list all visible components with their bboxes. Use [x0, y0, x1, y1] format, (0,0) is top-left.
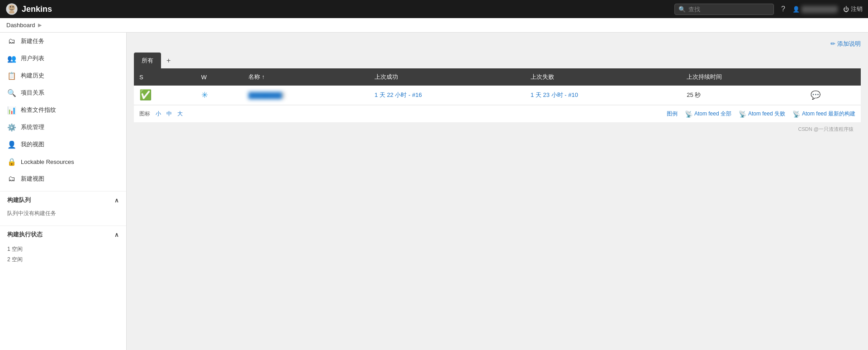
svg-point-2	[10, 6, 11, 8]
footer-right: 图例 📡 Atom feed 全部 📡 Atom feed 失败 📡 Atom …	[667, 110, 855, 118]
icon-size-small[interactable]: 小	[156, 110, 161, 118]
row-last-success: 1 天 22 小时 - #16	[369, 86, 525, 105]
build-executor-title: 构建执行状态	[7, 230, 43, 239]
svg-rect-4	[9, 11, 14, 14]
row-last-failure: 1 天 23 小时 - #10	[525, 86, 681, 105]
row-status: ✅	[134, 86, 196, 105]
table-body: ✅ ✳ ████████ 1 天 22 小时 - #16 1 天 23 小时 -…	[134, 86, 861, 105]
icon-size-large[interactable]: 大	[177, 110, 183, 118]
build-executor-collapse-icon: ∧	[114, 231, 119, 238]
build-queue-title: 构建队列	[7, 196, 31, 204]
table-footer: 图标 小 中 大 图例 📡 Atom feed 全部 📡 Atom feed 失…	[134, 105, 861, 122]
col-name: 名称 ↑	[243, 68, 369, 86]
chat-icon: 💬	[811, 91, 821, 100]
table-row: ✅ ✳ ████████ 1 天 22 小时 - #16 1 天 23 小时 -…	[134, 86, 861, 105]
col-actions	[805, 68, 861, 86]
icon-size-medium[interactable]: 中	[166, 110, 172, 118]
table-header: S W 名称 ↑ 上次成功 上次失败 上次持续时间	[134, 68, 861, 86]
search-input[interactable]	[688, 6, 761, 13]
new-task-icon: 🗂	[7, 37, 16, 46]
breadcrumb-home[interactable]: Dashboard	[6, 22, 35, 29]
icon-label: 图标	[139, 110, 150, 118]
last-success-link[interactable]: 1 天 22 小时 - #16	[375, 91, 422, 98]
sidebar-item-label: 我的视图	[21, 140, 44, 149]
tab-all[interactable]: 所有	[134, 53, 161, 68]
sidebar-item-lockable-resources[interactable]: 🔒 Lockable Resources	[0, 153, 126, 170]
system-manage-icon: ⚙️	[7, 123, 16, 132]
sidebar-item-label: 系统管理	[21, 123, 44, 131]
username-label: ████████	[802, 6, 838, 13]
executor-2: 2 空闲	[7, 254, 119, 265]
sidebar-item-project-relations[interactable]: 🔍 项目关系	[0, 84, 126, 101]
logout-button[interactable]: ⏻ 注销	[843, 5, 863, 13]
user-icon: 👤	[792, 6, 800, 13]
main-layout: 🗂 新建任务 👥 用户列表 📋 构建历史 🔍 项目关系 📊 检查文件指纹 ⚙️ …	[0, 33, 868, 350]
help-icon[interactable]: ?	[779, 3, 787, 15]
top-nav: Jenkins 🔍 ? 👤 ████████ ⏻ 注销	[0, 0, 868, 18]
sidebar: 🗂 新建任务 👥 用户列表 📋 构建历史 🔍 项目关系 📊 检查文件指纹 ⚙️ …	[0, 33, 127, 350]
logout-label: 注销	[851, 5, 863, 13]
atom-all-link[interactable]: 📡 Atom feed 全部	[685, 110, 731, 118]
breadcrumb-chevron: ▶	[38, 22, 42, 28]
job-name-link[interactable]: ████████	[248, 92, 285, 99]
atom-all-icon: 📡	[685, 110, 693, 118]
col-last-success: 上次成功	[369, 68, 525, 86]
lockable-resources-icon: 🔒	[7, 157, 16, 166]
build-queue-content: 队列中没有构建任务	[0, 207, 126, 222]
col-s: S	[134, 68, 196, 86]
my-views-icon: 👤	[7, 140, 16, 149]
content-area: ✏ 添加说明 所有 + S W 名称 ↑ 上次成功 上次失败 上次持续时间	[127, 33, 868, 350]
sidebar-item-label: 检查文件指纹	[21, 106, 56, 114]
atom-latest-icon: 📡	[792, 110, 800, 118]
sidebar-item-new-task[interactable]: 🗂 新建任务	[0, 33, 126, 50]
executor-1: 1 空闲	[7, 244, 119, 254]
sidebar-item-build-history[interactable]: 📋 构建历史	[0, 67, 126, 84]
weather-building-icon: ✳	[201, 91, 208, 100]
atom-fail-link[interactable]: 📡 Atom feed 失败	[739, 110, 785, 118]
sidebar-item-system-manage[interactable]: ⚙️ 系统管理	[0, 119, 126, 136]
col-w: W	[196, 68, 243, 86]
sidebar-item-label: 新建视图	[21, 175, 44, 183]
atom-latest-link[interactable]: 📡 Atom feed 最新的构建	[792, 110, 855, 118]
logout-icon: ⏻	[843, 6, 849, 13]
sidebar-item-user-list[interactable]: 👥 用户列表	[0, 50, 126, 67]
row-name[interactable]: ████████	[243, 86, 369, 105]
build-queue-empty: 队列中没有构建任务	[7, 210, 56, 216]
build-queue-collapse-icon: ∧	[114, 197, 119, 204]
tab-bar: 所有 +	[134, 53, 861, 68]
add-description-row: ✏ 添加说明	[134, 40, 861, 48]
sidebar-item-label: 构建历史	[21, 72, 44, 80]
page-footer-text: CSDN @一只渣渣程序猿	[798, 126, 854, 132]
build-history-icon: 📋	[7, 71, 16, 80]
sidebar-item-check-file[interactable]: 📊 检查文件指纹	[0, 101, 126, 119]
col-last-duration: 上次持续时间	[681, 68, 805, 86]
user-menu[interactable]: 👤 ████████	[792, 6, 838, 13]
sidebar-item-label: 用户列表	[21, 54, 44, 62]
row-chat: 💬	[805, 86, 861, 105]
jobs-table: S W 名称 ↑ 上次成功 上次失败 上次持续时间 ✅ ✳	[134, 68, 861, 105]
build-executor-section: 构建执行状态 ∧ 1 空闲 2 空闲	[0, 225, 126, 269]
col-last-failure: 上次失败	[525, 68, 681, 86]
sidebar-item-label: 新建任务	[21, 37, 44, 45]
row-last-duration: 25 秒	[681, 86, 805, 105]
sidebar-item-label: Lockable Resources	[21, 158, 74, 165]
build-executor-header[interactable]: 构建执行状态 ∧	[0, 226, 126, 241]
last-failure-link[interactable]: 1 天 23 小时 - #10	[531, 91, 578, 98]
sidebar-item-my-views[interactable]: 👤 我的视图	[0, 136, 126, 153]
check-file-icon: 📊	[7, 105, 16, 115]
status-success-icon: ✅	[139, 89, 152, 101]
page-footer: CSDN @一只渣渣程序猿	[134, 122, 861, 136]
sidebar-item-label: 项目关系	[21, 89, 44, 97]
build-queue-section: 构建队列 ∧ 队列中没有构建任务	[0, 191, 126, 222]
search-box[interactable]: 🔍	[674, 4, 774, 15]
tab-add-button[interactable]: +	[161, 53, 176, 68]
build-queue-header[interactable]: 构建队列 ∧	[0, 192, 126, 207]
sidebar-item-new-view[interactable]: 🗂 新建视图	[0, 170, 126, 187]
jenkins-logo: Jenkins	[5, 3, 52, 15]
add-description-link[interactable]: ✏ 添加说明	[830, 40, 861, 47]
row-weather: ✳	[196, 86, 243, 105]
build-executor-content: 1 空闲 2 空闲	[0, 241, 126, 269]
legend-link[interactable]: 图例	[667, 110, 678, 118]
user-list-icon: 👥	[7, 54, 16, 63]
breadcrumb: Dashboard ▶	[0, 18, 868, 33]
